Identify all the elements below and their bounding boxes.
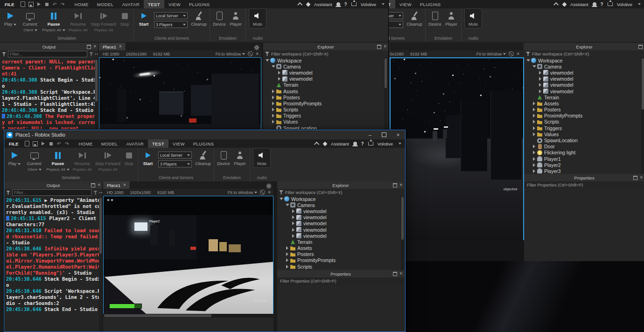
fit-to-window-dropdown[interactable]: Fit to Window	[228, 190, 258, 195]
notifications-bell-icon[interactable]	[336, 2, 340, 6]
expand-arrow-icon[interactable]	[285, 246, 289, 250]
scrollbar-thumb[interactable]	[401, 197, 404, 240]
tree-item[interactable]: Workspace	[263, 57, 384, 63]
ribbon-tab-home[interactable]: HOME	[75, 139, 97, 148]
player-count-dropdown[interactable]: 3 Players	[154, 21, 188, 28]
tree-item[interactable]: Posters	[524, 107, 641, 113]
tree-item[interactable]: Values	[524, 131, 641, 137]
scrollbar-thumb[interactable]	[104, 314, 211, 317]
share-icon[interactable]	[351, 2, 357, 6]
scrollbar-thumb[interactable]	[99, 198, 102, 254]
step-forward-physics-button[interactable]: Step Forward Physics: All	[94, 148, 121, 172]
expand-arrow-icon[interactable]	[277, 77, 281, 81]
tree-item[interactable]: Flickering light	[524, 150, 641, 156]
expand-arrow-icon[interactable]	[291, 215, 295, 220]
expand-arrow-icon[interactable]	[532, 163, 536, 167]
ribbon-tab-view[interactable]: VIEW	[164, 0, 185, 8]
properties-filter-row[interactable]: Filter Properties (Ctrl+Shift+P)	[277, 277, 404, 285]
ribbon-tab-plugins[interactable]: PLUGINS	[189, 139, 218, 148]
expand-arrow-icon[interactable]	[277, 70, 281, 75]
device-button[interactable]: Device	[211, 8, 227, 27]
tree-item[interactable]: ProximityPrompts	[277, 257, 400, 263]
undo-icon[interactable]: ↶	[51, 0, 59, 8]
panel-splitter[interactable]	[273, 181, 277, 332]
float-panel-icon[interactable]	[91, 183, 95, 187]
ribbon-tab-test[interactable]: TEST	[388, 0, 395, 8]
expand-arrow-icon[interactable]	[271, 108, 275, 112]
notifications-bell-icon[interactable]	[353, 142, 357, 145]
expand-arrow-icon[interactable]	[532, 101, 536, 105]
device-button[interactable]: Device	[216, 148, 231, 166]
expand-arrow-icon[interactable]	[532, 108, 536, 112]
close-viewport-icon[interactable]: ×	[268, 190, 271, 195]
expand-arrow-icon[interactable]	[291, 228, 295, 232]
expand-arrow-icon[interactable]	[532, 157, 536, 161]
tree-item[interactable]: viewmodel	[524, 69, 641, 76]
expand-arrow-icon[interactable]	[532, 114, 536, 118]
collapse-arrow-icon[interactable]	[526, 58, 530, 62]
filter-funnel-icon[interactable]	[6, 191, 10, 195]
expand-arrow-icon[interactable]	[532, 132, 536, 136]
tree-item[interactable]: viewmodel	[524, 82, 641, 88]
pause-physics-button[interactable]: Pause Physics: All	[42, 8, 66, 32]
expand-arrow-icon[interactable]	[532, 126, 536, 130]
collapse-arrow-icon[interactable]	[271, 64, 275, 69]
player-emulation-button[interactable]: Player	[227, 8, 244, 27]
tree-item[interactable]: ProximityPrompts	[263, 100, 384, 106]
expand-arrow-icon[interactable]	[538, 83, 542, 87]
share-icon[interactable]	[368, 142, 373, 145]
tree-item[interactable]: Posters	[277, 251, 400, 257]
expand-arrow-icon[interactable]	[271, 101, 275, 105]
tree-item[interactable]: SpawnLocation	[524, 137, 641, 143]
close-panel-icon[interactable]: ×	[399, 271, 402, 276]
tree-item[interactable]: Terrain	[263, 82, 384, 88]
player-count-dropdown[interactable]: 3 Players	[158, 160, 192, 167]
expand-arrow-icon[interactable]	[291, 209, 295, 213]
viewport-hscrollbar[interactable]	[103, 314, 273, 318]
title-bar[interactable]: Place1 - Roblox Studio – ×	[4, 130, 405, 140]
tree-item[interactable]: Assets	[524, 100, 641, 106]
float-panel-icon[interactable]	[638, 45, 643, 49]
collapse-arrow-icon[interactable]	[279, 197, 283, 201]
expand-arrow-icon[interactable]	[271, 120, 275, 124]
tree-item[interactable]: viewmodel	[277, 221, 400, 227]
output-scrollbar[interactable]	[99, 196, 102, 332]
tree-item[interactable]: Camera	[277, 202, 400, 208]
tree-item[interactable]: Camera	[263, 63, 384, 69]
float-panel-icon[interactable]	[377, 45, 381, 49]
notifications-bell-icon[interactable]	[593, 2, 596, 6]
file-menu-button[interactable]: FILE	[4, 139, 23, 148]
start-button[interactable]: Start	[140, 148, 156, 166]
play-quick-icon[interactable]	[35, 0, 43, 8]
tree-item[interactable]: Player3	[524, 168, 641, 174]
assistant-button[interactable]: Assistant	[570, 2, 588, 7]
tree-item[interactable]: Workspace	[524, 57, 641, 63]
tree-item[interactable]: Terrain	[524, 94, 641, 100]
float-panel-icon[interactable]	[633, 176, 637, 180]
collapse-arrow-icon[interactable]	[265, 58, 269, 62]
cleanup-button[interactable]: Cleanup	[189, 8, 208, 27]
float-panel-icon[interactable]	[393, 183, 397, 187]
redo-icon[interactable]: ↷	[59, 0, 67, 8]
tree-item[interactable]: viewmodel	[277, 214, 400, 221]
explorer-filter-row[interactable]: Filter workspace (Ctrl+Shift+X)	[263, 50, 388, 58]
tree-item[interactable]: Posters	[263, 94, 384, 100]
expand-arrow-icon[interactable]	[271, 89, 275, 93]
save-icon[interactable]	[31, 140, 39, 147]
close-panel-icon[interactable]: ×	[98, 183, 100, 187]
close-panel-icon[interactable]: ×	[640, 175, 643, 180]
close-button[interactable]: ×	[391, 130, 405, 139]
explorer-tree[interactable]: WorkspaceCameraviewmodelviewmodelviewmod…	[277, 196, 400, 270]
tree-item[interactable]: viewmodel	[263, 69, 384, 76]
explorer-tree[interactable]: WorkspaceCameraviewmodelviewmodelviewmod…	[524, 57, 641, 174]
ribbon-tab-avatar[interactable]: AVATAR	[122, 139, 148, 148]
help-icon[interactable]: ?	[344, 2, 347, 7]
new-document-icon[interactable]	[23, 140, 31, 147]
tree-item[interactable]: Triggers	[524, 125, 641, 131]
close-panel-icon[interactable]: ×	[93, 44, 96, 49]
new-document-icon[interactable]	[19, 0, 27, 8]
expand-arrow-icon[interactable]	[538, 70, 542, 75]
gear-icon[interactable]	[266, 183, 272, 189]
explorer-scrollbar[interactable]	[401, 196, 404, 270]
expand-arrow-icon[interactable]	[285, 252, 289, 256]
